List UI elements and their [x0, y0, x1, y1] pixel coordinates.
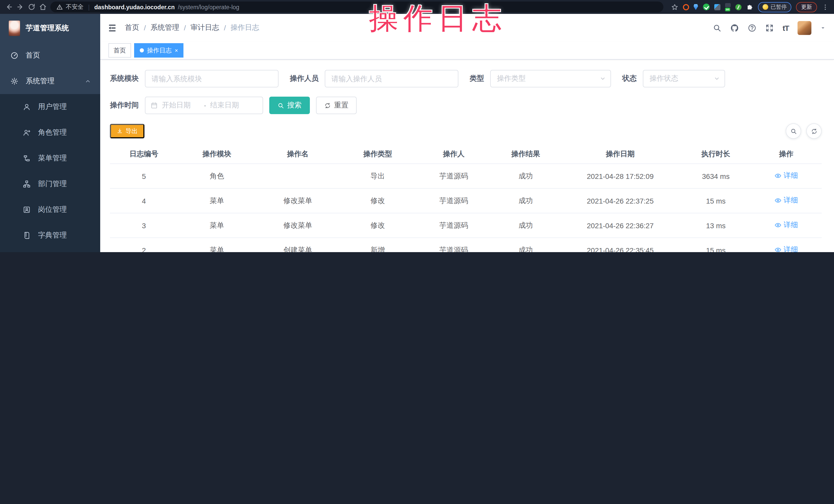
bookmark-star-icon[interactable] — [671, 3, 678, 10]
dashboard-icon — [10, 51, 19, 60]
org-tree-icon — [23, 180, 31, 188]
navbar-actions: tT — [713, 21, 826, 35]
reset-button[interactable]: 重置 — [316, 96, 357, 114]
chevron-down-icon — [600, 75, 606, 82]
extension-orange-ring-icon[interactable] — [683, 4, 689, 10]
calendar-icon — [151, 102, 158, 109]
detail-link[interactable]: 详细 — [774, 245, 798, 252]
url-divider: | — [88, 4, 90, 10]
not-secure-label: 不安全 — [66, 3, 84, 11]
sidebar-logo-row[interactable]: 芋道管理系统 — [0, 14, 100, 43]
sidebar-submenu-system: 用户管理 角色管理 菜单管理 部门管理 岗位管理 — [0, 94, 100, 252]
chevron-down-icon — [714, 75, 720, 82]
extension-switch-icon[interactable]: on — [725, 3, 730, 11]
browser-toolbar-right: on 已暂停 更新 — [671, 2, 829, 12]
search-icon — [790, 128, 797, 134]
breadcrumb-operate-log: 操作日志 — [231, 23, 259, 32]
col-date: 操作日期 — [559, 145, 681, 164]
type-label: 类型 — [470, 74, 484, 83]
system-module-input[interactable] — [146, 70, 278, 87]
tag-home[interactable]: 首页 — [108, 43, 131, 58]
operate-time-label: 操作时间 — [110, 101, 139, 110]
extension-blue-pin-icon[interactable] — [694, 4, 698, 10]
col-type: 操作类型 — [340, 145, 416, 164]
sidebar: 芋道管理系统 首页 系统管理 用户管理 角色管理 — [0, 14, 100, 252]
col-operator: 操作人 — [416, 145, 492, 164]
download-icon — [117, 128, 123, 134]
app-title: 芋道管理系统 — [26, 24, 69, 33]
search-icon[interactable] — [713, 23, 722, 32]
search-button[interactable]: 搜索 — [269, 96, 310, 114]
detail-link[interactable]: 详细 — [774, 220, 798, 230]
breadcrumb-audit-log[interactable]: 审计日志 — [191, 23, 219, 32]
sidebar-item-home[interactable]: 首页 — [0, 43, 100, 68]
browser-update-button[interactable]: 更新 — [796, 2, 817, 12]
tags-view-bar: 首页 操作日志 × — [100, 42, 834, 60]
profile-paused-pill[interactable]: 已暂停 — [758, 2, 791, 12]
type-select[interactable]: 操作类型 — [490, 70, 611, 87]
status-select[interactable]: 操作状态 — [643, 70, 725, 87]
sidebar-item-system-management[interactable]: 系统管理 — [0, 68, 100, 94]
help-question-icon[interactable] — [748, 23, 756, 32]
extension-gem-icon[interactable] — [714, 4, 720, 10]
col-module: 操作模块 — [178, 145, 256, 164]
refresh-table-button[interactable] — [806, 123, 822, 139]
detail-link[interactable]: 详细 — [774, 171, 798, 180]
sidebar-item-role-management[interactable]: 角色管理 — [0, 120, 100, 146]
filter-operate-time: 操作时间 开始日期 - 结束日期 — [110, 96, 263, 114]
status-select-placeholder: 操作状态 — [650, 74, 678, 83]
filter-row-2: 操作时间 开始日期 - 结束日期 搜索 重置 — [110, 96, 822, 114]
top-navbar: 首页 / 系统管理 / 审计日志 / 操作日志 tT — [100, 14, 834, 42]
table-row: 5 角色 导出 芋道源码 成功 2021-04-28 17:52:09 3634… — [110, 164, 822, 189]
status-label: 状态 — [622, 74, 637, 83]
sidebar-item-user-management[interactable]: 用户管理 — [0, 94, 100, 120]
table-row: 2 菜单 创建菜单 新增 芋道源码 成功 2021-04-26 22:35:45… — [110, 238, 822, 252]
breadcrumb-home[interactable]: 首页 — [125, 23, 139, 32]
sidebar-item-post-management[interactable]: 岗位管理 — [0, 197, 100, 223]
system-module-field — [145, 70, 279, 87]
extensions-puzzle-icon[interactable] — [746, 3, 753, 10]
filter-operator: 操作人员 — [290, 70, 458, 87]
user-avatar[interactable] — [797, 21, 811, 35]
table-toolbar: 导出 — [110, 123, 822, 139]
browser-home-icon[interactable] — [39, 3, 47, 11]
extension-green-check-icon[interactable] — [703, 4, 709, 10]
screen: 不安全 | dashboard.yudao.iocoder.cn/system/… — [0, 0, 834, 252]
browser-reload-icon[interactable] — [28, 3, 36, 11]
browser-forward-icon[interactable] — [17, 3, 24, 11]
breadcrumb-system[interactable]: 系统管理 — [151, 23, 179, 32]
sidebar-item-menu-management[interactable]: 菜单管理 — [0, 146, 100, 171]
operator-field — [325, 70, 458, 87]
date-range-picker[interactable]: 开始日期 - 结束日期 — [145, 96, 263, 114]
export-button[interactable]: 导出 — [110, 124, 145, 138]
fullscreen-icon[interactable] — [765, 23, 774, 32]
font-size-icon[interactable]: tT — [783, 23, 789, 32]
system-module-label: 系统模块 — [110, 74, 139, 83]
toggle-search-button[interactable] — [786, 123, 801, 139]
active-tag-dot — [140, 48, 144, 52]
tag-close-icon[interactable]: × — [175, 47, 178, 53]
tag-operate-log[interactable]: 操作日志 × — [134, 43, 184, 58]
filter-type: 类型 操作类型 — [470, 70, 611, 87]
url-host: dashboard.yudao.iocoder.cn — [94, 4, 175, 10]
col-duration: 执行时长 — [681, 145, 751, 164]
paused-label: 已暂停 — [771, 3, 787, 10]
table-row: 4 菜单 修改菜单 修改 芋道源码 成功 2021-04-26 22:37:25… — [110, 189, 822, 213]
sidebar-item-dict-management[interactable]: 字典管理 — [0, 223, 100, 248]
url-path: /system/log/operate-log — [178, 4, 239, 10]
detail-link[interactable]: 详细 — [774, 196, 798, 205]
refresh-icon — [811, 128, 817, 134]
browser-back-icon[interactable] — [5, 3, 13, 11]
browser-menu-dots-icon[interactable] — [822, 3, 829, 10]
sidebar-item-notice[interactable]: 通知公告 — [0, 248, 100, 252]
menu-tree-icon — [23, 154, 31, 162]
operator-input[interactable] — [325, 70, 458, 87]
sidebar-item-dept-management[interactable]: 部门管理 — [0, 171, 100, 197]
col-actions: 操作 — [751, 145, 822, 164]
avatar-caret-down-icon[interactable] — [820, 25, 826, 30]
col-name: 操作名 — [256, 145, 340, 164]
url-bar[interactable]: 不安全 | dashboard.yudao.iocoder.cn/system/… — [50, 2, 663, 12]
extension-green-leaf-icon[interactable] — [735, 4, 741, 10]
sidebar-collapse-icon[interactable] — [107, 23, 117, 32]
github-icon[interactable] — [730, 23, 739, 32]
